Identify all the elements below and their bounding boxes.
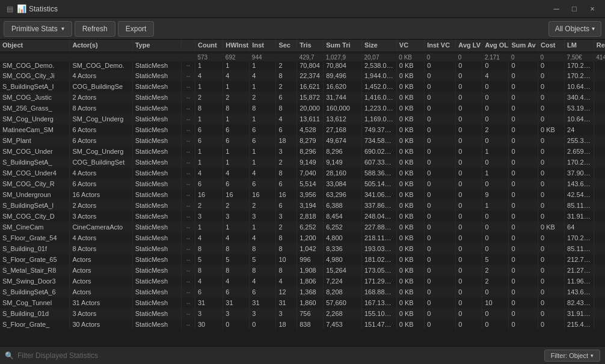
- col-header-inst[interactable]: Inst: [250, 40, 276, 51]
- total-avglv: 0: [456, 53, 482, 62]
- table-row[interactable]: SM_COG_City_R6 ActorsStaticMesh↔66665,51…: [0, 178, 605, 189]
- refresh-button[interactable]: Refresh: [75, 21, 115, 37]
- table-row[interactable]: SM_COG_City_Ji4 ActorsStaticMesh↔444822,…: [0, 70, 605, 81]
- total-object: [0, 53, 70, 62]
- table-row[interactable]: S_Floor_Grate_30 ActorsStaticMesh↔300018…: [0, 319, 605, 330]
- total-vc: 0 KB: [396, 53, 424, 62]
- table-row[interactable]: S_BuildingSetA_l2 ActorsStaticMesh↔22263…: [0, 200, 605, 211]
- total-res: 414.9: [594, 53, 605, 62]
- total-actor: [70, 53, 132, 62]
- total-tris: 429,7: [297, 53, 324, 62]
- table-row[interactable]: SM_Plant6 ActorsStaticMesh↔666188,27949,…: [0, 135, 605, 146]
- maximize-button[interactable]: □: [567, 3, 582, 15]
- table-row[interactable]: S_Metal_Stair_R8ActorsStaticMesh↔88881,9…: [0, 265, 605, 276]
- total-cost: 0: [538, 53, 565, 62]
- all-objects-button[interactable]: All Objects: [548, 21, 601, 37]
- table-row[interactable]: SM_COG_City_D3 ActorsStaticMesh↔33332,81…: [0, 211, 605, 222]
- table-row[interactable]: S_Floor_Grate_544 ActorsStaticMesh↔44481…: [0, 232, 605, 243]
- export-button[interactable]: Export: [118, 21, 155, 37]
- table-row[interactable]: S_BuildingSetA_ICOG_BuildingSeStaticMesh…: [0, 81, 605, 92]
- table-row[interactable]: SM_COG_Under44 ActorsStaticMesh↔44487,04…: [0, 168, 605, 178]
- table-row[interactable]: SM_COG_UnderSM_Cog_UndergStaticMesh↔1113…: [0, 146, 605, 157]
- window-title: Statistics: [29, 5, 548, 13]
- col-header-count[interactable]: Count: [195, 40, 223, 51]
- total-sumav: 0: [509, 53, 538, 62]
- col-header-tris[interactable]: Tris: [297, 40, 324, 51]
- table-row[interactable]: SM_Undergroun16 ActorsStaticMesh↔1616161…: [0, 189, 605, 200]
- table-row[interactable]: S_Building_01d3 ActorsStaticMesh↔3333756…: [0, 308, 605, 319]
- col-header-instvc[interactable]: Inst VC: [425, 40, 456, 51]
- title-bar: ▤ 📊 Statistics ─ □ ×: [0, 0, 605, 18]
- total-sumtri: 1,027,9: [324, 53, 362, 62]
- close-button[interactable]: ×: [585, 3, 600, 15]
- col-header-sec[interactable]: Sec: [276, 40, 297, 51]
- table-row[interactable]: MatineeCam_SM6 ActorsStaticMesh↔66664,52…: [0, 124, 605, 135]
- filter-object-button[interactable]: Filter: Object: [544, 350, 600, 362]
- col-header-vc[interactable]: VC: [396, 40, 424, 51]
- search-icon: 🔍: [5, 351, 14, 360]
- table-row[interactable]: SM_CineCamCineCameraActoStaticMesh↔11126…: [0, 222, 605, 232]
- table-row[interactable]: SM_Cog_UndergSM_Cog_UndergStaticMesh↔111…: [0, 114, 605, 124]
- window-controls: ─ □ ×: [548, 3, 600, 15]
- table-row[interactable]: SM_COG_Justic2 ActorsStaticMesh↔222615,8…: [0, 92, 605, 103]
- col-header-res[interactable]: Res: [594, 40, 605, 51]
- col-header-actor[interactable]: Actor(s): [70, 40, 132, 51]
- minimize-button[interactable]: ─: [548, 3, 564, 15]
- col-header-lm[interactable]: LM: [565, 40, 594, 51]
- table-row[interactable]: S_Building_01f8 ActorsStaticMesh↔88881,0…: [0, 243, 605, 254]
- statistics-table-container[interactable]: Object Actor(s) Type Count HWInst Inst S…: [0, 40, 605, 346]
- table-row[interactable]: S_BuildingSetA_6ActorsStaticMesh↔666121,…: [0, 287, 605, 297]
- total-type: [132, 53, 181, 62]
- total-hwinst: 692: [223, 53, 250, 62]
- total-size: 20,07: [361, 53, 396, 62]
- toolbar: Primitive Stats Refresh Export All Objec…: [0, 18, 605, 40]
- table-row[interactable]: SM_Swing_Door3ActorsStaticMesh↔44441,806…: [0, 276, 605, 287]
- col-header-hwinst[interactable]: HWInst: [223, 40, 250, 51]
- col-header-sumtri[interactable]: Sum Tri: [324, 40, 362, 51]
- table-row[interactable]: S_Floor_Grate_65ActorsStaticMesh↔5551099…: [0, 254, 605, 265]
- col-header-cost[interactable]: Cost: [538, 40, 565, 51]
- total-inst: 944: [250, 53, 276, 62]
- col-header-arrow: [181, 40, 195, 51]
- table-row[interactable]: S_BuildingSetA_COG_BuildingSetStaticMesh…: [0, 157, 605, 168]
- col-header-type[interactable]: Type: [132, 40, 181, 51]
- ue-logo-icon: ▤: [5, 4, 14, 14]
- table-row[interactable]: SM_Cog_Tunnel31 ActorsStaticMesh↔3131313…: [0, 297, 605, 308]
- total-count: 573: [195, 53, 223, 62]
- total-avgol: 2.171: [482, 53, 509, 62]
- statistics-table: Object Actor(s) Type Count HWInst Inst S…: [0, 40, 605, 330]
- stats-graph-icon: 📊: [17, 4, 26, 13]
- primitive-stats-button[interactable]: Primitive Stats: [4, 21, 72, 37]
- filter-input[interactable]: [17, 351, 541, 360]
- total-arrow: [181, 53, 195, 62]
- col-header-size[interactable]: Size: [361, 40, 396, 51]
- total-lm: 7,50€: [565, 53, 594, 62]
- col-header-avgol[interactable]: Avg OL: [482, 40, 509, 51]
- total-sec: [276, 53, 297, 62]
- table-row[interactable]: SM_256_Grass_8 ActorsStaticMesh↔888820,0…: [0, 103, 605, 114]
- col-header-object[interactable]: Object: [0, 40, 70, 51]
- col-header-sumav[interactable]: Sum Av: [509, 40, 538, 51]
- col-header-avglv[interactable]: Avg LV: [456, 40, 482, 51]
- bottom-bar: 🔍 Filter: Object: [0, 346, 605, 364]
- total-instvc: 0: [425, 53, 456, 62]
